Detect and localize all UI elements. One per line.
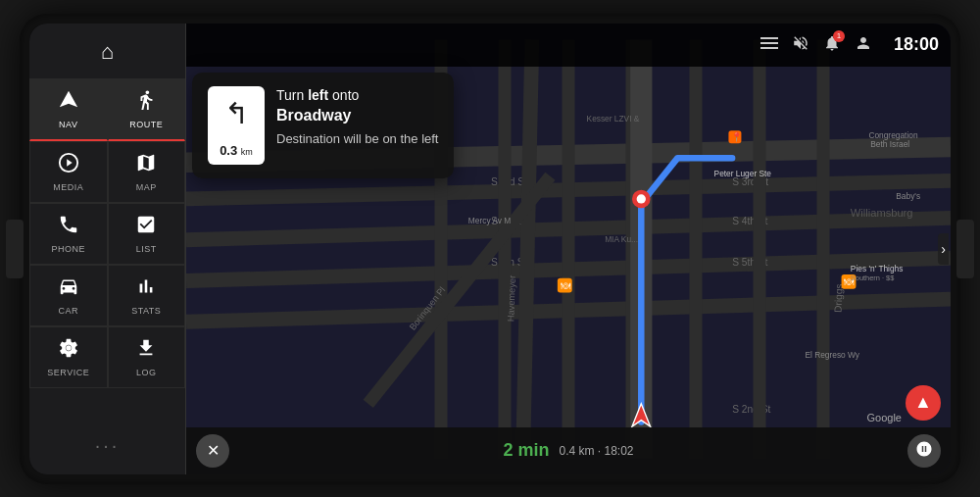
chevron-right-button[interactable]: › [938, 233, 949, 265]
phone-label: PHONE [51, 244, 85, 254]
top-bar: 1 18:00 [186, 24, 951, 67]
svg-text:📍: 📍 [731, 131, 743, 143]
service-label: SERVICE [47, 368, 89, 377]
sidebar-item-route[interactable]: ROUTE [108, 78, 186, 141]
menu-icon[interactable] [760, 36, 778, 54]
profile-icon[interactable] [855, 34, 872, 56]
sidebar-item-nav[interactable]: NAV [29, 78, 108, 141]
sidebar-item-service[interactable]: SERVICE [29, 326, 108, 388]
nav-card: ↰ 0.3 km Turn left onto Broadway Destina… [192, 73, 454, 178]
nav-grid: NAV ROUTE MEDIA [29, 78, 185, 388]
sidebar-bottom: ··· [95, 424, 121, 467]
svg-marker-2 [67, 159, 73, 166]
street-name: Broadway [276, 105, 438, 126]
home-icon: ⌂ [101, 39, 114, 65]
svg-text:Beth Israel: Beth Israel [870, 139, 909, 149]
svg-text:Kesser LZVI &: Kesser LZVI & [587, 114, 640, 124]
nav-text: Turn left onto Broadway Destination will… [276, 86, 438, 149]
svg-text:El Regreso Wy: El Regreso Wy [805, 350, 859, 360]
nav-icon [58, 89, 79, 117]
turn-distance: 0.3 km [220, 144, 253, 158]
sidebar-item-car[interactable]: CAR [29, 265, 108, 326]
main-area: 1 18:00 [186, 24, 951, 474]
eta-time: 2 min [503, 440, 549, 461]
device-frame: ⌂ NAV ROUTE [20, 14, 960, 484]
turn-direction: left [308, 87, 328, 103]
bottom-bar: ✕ 2 min 0.4 km · 18:02 [186, 427, 951, 474]
top-bar-icons: 1 18:00 [760, 34, 939, 56]
phone-icon [58, 214, 79, 241]
notification-icon[interactable]: 1 [823, 34, 841, 56]
mute-icon[interactable] [792, 34, 809, 56]
close-icon: ✕ [207, 441, 220, 460]
stats-label: STATS [131, 306, 161, 316]
svg-text:🍽: 🍽 [561, 279, 571, 290]
svg-text:Havemeyer: Havemeyer [506, 274, 517, 322]
route-options-button[interactable] [907, 434, 941, 468]
mount-bracket-right [956, 220, 974, 278]
mount-bracket-left [6, 220, 24, 278]
list-label: LIST [136, 244, 157, 254]
sidebar: ⌂ NAV ROUTE [29, 24, 186, 474]
compass-arrow-icon: ▲ [914, 392, 932, 413]
notification-badge-count: 1 [833, 30, 845, 42]
sidebar-item-media[interactable]: MEDIA [29, 141, 108, 203]
svg-text:Peter Luger Ste: Peter Luger Ste [714, 168, 772, 177]
turn-arrow-icon: ↰ [224, 96, 249, 130]
svg-text:Baby's: Baby's [896, 190, 920, 200]
log-icon [135, 337, 157, 365]
service-icon [58, 337, 79, 365]
car-label: CAR [58, 306, 78, 316]
more-dots: ··· [95, 434, 121, 457]
time-display: 18:00 [894, 34, 939, 55]
distance-unit: km [241, 147, 253, 157]
route-label: ROUTE [129, 120, 163, 129]
svg-point-3 [66, 345, 72, 351]
map-icon [135, 152, 157, 179]
svg-marker-0 [60, 90, 77, 107]
log-label: LOG [136, 368, 157, 377]
turn-word: onto [332, 87, 359, 103]
sidebar-item-log[interactable]: LOG [108, 326, 186, 388]
turn-label: Turn [276, 87, 304, 103]
sub-instruction: Destination will be on the left [276, 130, 438, 148]
svg-text:Mercy Av M: Mercy Av M [468, 216, 511, 225]
turn-instruction: Turn left onto [276, 86, 438, 106]
sidebar-item-stats[interactable]: STATS [108, 265, 186, 326]
turn-icon-box: ↰ 0.3 km [208, 86, 265, 165]
route-options-icon [915, 440, 933, 462]
media-icon [58, 152, 79, 179]
sidebar-item-phone[interactable]: PHONE [29, 203, 108, 265]
close-route-button[interactable]: ✕ [196, 434, 229, 468]
svg-text:MIA Ku...: MIA Ku... [605, 234, 638, 244]
svg-line-28 [523, 39, 532, 458]
sidebar-item-map[interactable]: MAP [108, 141, 186, 203]
car-icon [58, 275, 79, 303]
device-screen: ⌂ NAV ROUTE [29, 24, 951, 474]
eta-details: 0.4 km · 18:02 [559, 444, 633, 458]
compass-button[interactable]: ▲ [906, 385, 941, 421]
home-button[interactable]: ⌂ [29, 31, 185, 76]
chevron-right-icon: › [941, 241, 946, 257]
distance-value: 0.3 [220, 143, 237, 158]
map-label: MAP [136, 182, 157, 192]
route-icon [135, 89, 157, 117]
nav-label: NAV [59, 120, 77, 129]
stats-icon [135, 275, 157, 303]
svg-text:Pies 'n' Thighs: Pies 'n' Thighs [851, 264, 904, 273]
sidebar-item-list[interactable]: LIST [108, 203, 186, 265]
google-logo: Google [867, 412, 902, 423]
svg-text:Williamsburg: Williamsburg [851, 207, 913, 219]
svg-text:Southern · $$: Southern · $$ [851, 273, 894, 282]
media-label: MEDIA [53, 182, 83, 192]
list-icon [135, 214, 157, 241]
eta-info: 2 min 0.4 km · 18:02 [503, 440, 633, 461]
svg-point-34 [637, 194, 646, 203]
